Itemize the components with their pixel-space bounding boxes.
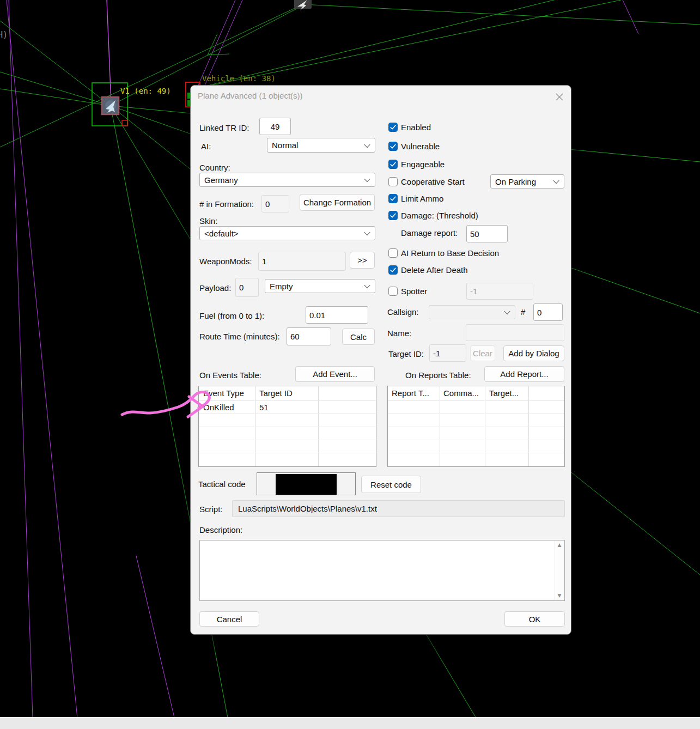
- country-label: Country:: [199, 162, 230, 173]
- enabled-label: Enabled: [401, 122, 431, 132]
- payload-select[interactable]: Empty: [265, 279, 375, 293]
- spotter-label: Spotter: [401, 286, 427, 296]
- cancel-button[interactable]: Cancel: [199, 611, 259, 627]
- linked-tr-id-label: Linked TR ID:: [199, 123, 249, 133]
- waypoint-icon[interactable]: [294, 0, 312, 10]
- add-event-button[interactable]: Add Event...: [295, 366, 375, 382]
- description-input[interactable]: ▲ ▼: [199, 540, 565, 601]
- reports-col-command[interactable]: Comma...: [443, 388, 479, 398]
- on-events-table-label: On Events Table:: [199, 370, 261, 380]
- script-path-field: LuaScripts\WorldObjects\Planes\v1.txt: [232, 500, 565, 517]
- limit-ammo-checkbox[interactable]: [388, 194, 398, 203]
- ai-return-checkbox[interactable]: [388, 248, 398, 258]
- skin-select[interactable]: <default>: [199, 226, 375, 240]
- formation-label: # in Formation:: [199, 199, 254, 209]
- events-col-target-id[interactable]: Target ID: [259, 388, 293, 398]
- start-mode-select[interactable]: On Parking: [490, 174, 564, 189]
- route-time-field[interactable]: [287, 327, 331, 345]
- map-label-plane: V1 (en: 49): [120, 87, 171, 95]
- tactical-code-redaction: [276, 474, 337, 495]
- chevron-down-icon: [553, 178, 559, 184]
- damage-report-label: Damage report:: [401, 228, 458, 238]
- on-reports-table-label: On Reports Table:: [405, 370, 471, 380]
- weaponmods-expand-button[interactable]: >>: [350, 252, 375, 269]
- fuel-label: Fuel (from 0 to 1):: [199, 311, 264, 321]
- ai-label: AI:: [201, 141, 211, 151]
- chevron-down-icon: [364, 282, 370, 288]
- chevron-down-icon: [364, 141, 370, 147]
- fuel-field[interactable]: [306, 306, 368, 324]
- map-label-vehicle: Vehicle (en: 38): [202, 74, 276, 83]
- events-table[interactable]: Event Type Target ID OnKilled 51: [198, 386, 376, 467]
- route-time-label: Route Time (minutes):: [199, 331, 280, 342]
- ai-return-label: AI Return to Base Decision: [401, 248, 499, 258]
- payload-label: Payload:: [199, 283, 231, 293]
- payload-value: Empty: [270, 282, 293, 291]
- callsign-select[interactable]: [429, 305, 515, 319]
- country-select[interactable]: Germany: [199, 173, 375, 187]
- events-row-target-id[interactable]: 51: [259, 403, 269, 412]
- plane-advanced-dialog: Plane Advanced (1 object(s)) Linked TR I…: [190, 85, 571, 635]
- country-value: Germany: [204, 175, 238, 185]
- damage-report-field[interactable]: [466, 225, 508, 242]
- mission-editor-viewport: H) V1 (en: 49) Vehicle (en: 38) Plane Ad…: [0, 0, 700, 729]
- name-field[interactable]: [466, 324, 564, 341]
- name-label: Name:: [387, 328, 411, 338]
- reports-col-target[interactable]: Target...: [489, 388, 519, 398]
- add-by-dialog-button[interactable]: Add by Dialog: [503, 345, 564, 361]
- weaponmods-field[interactable]: [258, 252, 346, 271]
- vulnerable-checkbox[interactable]: [388, 142, 398, 151]
- script-label: Script:: [199, 504, 223, 514]
- reports-col-report-type[interactable]: Report T...: [392, 388, 429, 398]
- reset-code-button[interactable]: Reset code: [361, 476, 421, 493]
- ok-button[interactable]: OK: [504, 611, 565, 627]
- callsign-number-field[interactable]: [533, 303, 563, 321]
- skin-value: <default>: [204, 229, 239, 238]
- clear-button[interactable]: Clear: [470, 345, 495, 361]
- chevron-down-icon: [504, 308, 510, 314]
- damage-threshold-label: Damage: (Threshold): [401, 210, 478, 221]
- formation-field[interactable]: [261, 195, 289, 212]
- callsign-label: Callsign:: [387, 307, 419, 317]
- chevron-down-icon: [364, 176, 370, 182]
- spotter-id-field[interactable]: [466, 283, 533, 300]
- start-mode-value: On Parking: [495, 177, 536, 186]
- target-id-label: Target ID:: [388, 349, 424, 359]
- target-id-field[interactable]: [429, 344, 466, 362]
- chevron-down-icon: [364, 229, 370, 235]
- close-icon: [556, 93, 563, 101]
- close-button[interactable]: [551, 89, 568, 104]
- events-col-event-type[interactable]: Event Type: [203, 388, 244, 398]
- cooperative-start-checkbox[interactable]: [388, 177, 398, 186]
- calc-button[interactable]: Calc: [342, 329, 375, 345]
- add-report-button[interactable]: Add Report...: [484, 366, 564, 382]
- map-label-partial: H): [0, 30, 8, 40]
- reports-table[interactable]: Report T... Comma... Target...: [387, 386, 565, 467]
- scroll-down-icon[interactable]: ▼: [558, 593, 562, 598]
- description-label: Description:: [199, 525, 242, 535]
- enabled-checkbox[interactable]: [388, 123, 398, 132]
- scroll-up-icon[interactable]: ▲: [558, 543, 562, 548]
- callsign-hash-label: #: [521, 307, 525, 317]
- spotter-checkbox[interactable]: [388, 287, 398, 296]
- status-bar: [0, 717, 700, 729]
- ai-select[interactable]: Normal: [267, 138, 375, 153]
- engageable-checkbox[interactable]: [388, 160, 398, 169]
- change-formation-button[interactable]: Change Formation: [300, 194, 375, 211]
- script-path-value: LuaScripts\WorldObjects\Planes\v1.txt: [238, 504, 377, 513]
- payload-index-field[interactable]: [235, 278, 259, 297]
- tactical-code-label: Tactical code: [198, 479, 246, 489]
- cooperative-start-label: Cooperative Start: [401, 177, 465, 187]
- plane-object-icon[interactable]: [102, 97, 119, 114]
- skin-label: Skin:: [199, 216, 217, 226]
- damage-threshold-checkbox[interactable]: [388, 211, 398, 220]
- ai-value: Normal: [272, 141, 298, 150]
- limit-ammo-label: Limit Ammo: [401, 193, 443, 204]
- delete-after-death-checkbox[interactable]: [388, 265, 398, 275]
- selection-handle[interactable]: [122, 120, 127, 126]
- events-row-event-type[interactable]: OnKilled: [203, 403, 234, 412]
- description-scrollbar[interactable]: ▲ ▼: [555, 541, 564, 600]
- linked-tr-id-field[interactable]: [259, 118, 291, 135]
- weaponmods-label: WeaponMods:: [199, 256, 252, 266]
- delete-after-death-label: Delete After Death: [401, 265, 468, 275]
